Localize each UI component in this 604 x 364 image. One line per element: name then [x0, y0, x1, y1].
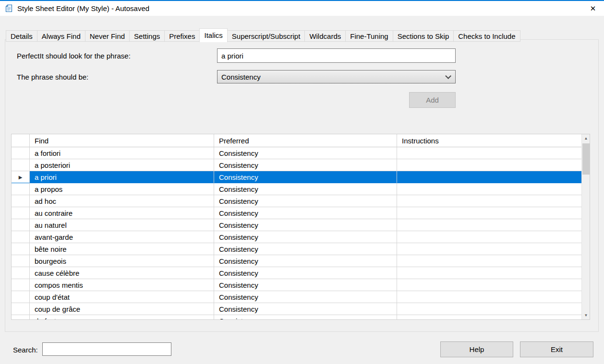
tab-italics[interactable]: Italics — [199, 28, 227, 42]
cell-instructions[interactable] — [397, 171, 582, 183]
phrase-input[interactable] — [217, 48, 456, 63]
table-row[interactable]: a proposConsistency — [12, 183, 582, 195]
cell-preferred[interactable]: Consistency — [214, 279, 397, 291]
table-row[interactable]: ad hocConsistency — [12, 195, 582, 207]
cell-find[interactable]: bourgeois — [30, 255, 214, 267]
cell-instructions[interactable] — [397, 183, 582, 195]
exit-button[interactable]: Exit — [520, 341, 593, 357]
cell-find[interactable]: coup de grâce — [30, 303, 214, 315]
tab-always-find[interactable]: Always Find — [37, 30, 85, 42]
cell-instructions[interactable] — [397, 255, 582, 267]
help-button[interactable]: Help — [440, 341, 513, 357]
tab-settings[interactable]: Settings — [129, 30, 165, 42]
cell-preferred[interactable]: Consistency — [214, 171, 397, 183]
cell-find[interactable]: de facto — [30, 315, 214, 320]
cell-instructions[interactable] — [397, 303, 582, 315]
scrollbar-up-button[interactable]: ▲ — [582, 134, 590, 142]
tab-details[interactable]: Details — [6, 30, 37, 42]
cell-instructions[interactable] — [397, 159, 582, 171]
scrollbar-thumb[interactable] — [582, 143, 590, 175]
table-row[interactable]: au naturelConsistency — [12, 219, 582, 231]
cell-preferred[interactable]: Consistency — [214, 147, 397, 159]
cell-instructions[interactable] — [397, 315, 582, 320]
row-selector[interactable]: ▶ — [12, 171, 30, 183]
table-row[interactable]: a posterioriConsistency — [12, 159, 582, 171]
cell-preferred[interactable]: Consistency — [214, 231, 397, 243]
table-row[interactable]: a fortioriConsistency — [12, 147, 582, 159]
row-selector[interactable] — [12, 243, 30, 255]
row-selector[interactable] — [12, 303, 30, 315]
cell-preferred[interactable]: Consistency — [214, 291, 397, 303]
row-selector[interactable] — [12, 267, 30, 279]
table-row[interactable]: ▶a prioriConsistency — [12, 171, 582, 183]
tab-checks-to-include[interactable]: Checks to Include — [453, 30, 520, 42]
cell-preferred[interactable]: Consistency — [214, 255, 397, 267]
close-button[interactable]: ✕ — [582, 1, 604, 16]
table-row[interactable]: de factoConsistency — [12, 315, 582, 320]
row-selector[interactable] — [12, 219, 30, 231]
cell-preferred[interactable]: Consistency — [214, 183, 397, 195]
search-input[interactable] — [42, 342, 171, 356]
table-row[interactable]: bête noireConsistency — [12, 243, 582, 255]
cell-instructions[interactable] — [397, 267, 582, 279]
row-selector[interactable] — [12, 255, 30, 267]
cell-instructions[interactable] — [397, 291, 582, 303]
cell-find[interactable]: bête noire — [30, 243, 214, 255]
tab-wildcards[interactable]: Wildcards — [304, 30, 346, 42]
cell-instructions[interactable] — [397, 243, 582, 255]
cell-find[interactable]: a propos — [30, 183, 214, 195]
cell-preferred[interactable]: Consistency — [214, 267, 397, 279]
row-selector[interactable] — [12, 279, 30, 291]
cell-preferred[interactable]: Consistency — [214, 303, 397, 315]
cell-instructions[interactable] — [397, 207, 582, 219]
add-button[interactable]: Add — [409, 92, 456, 108]
table-row[interactable]: coup d'étatConsistency — [12, 291, 582, 303]
column-header-instructions[interactable]: Instructions — [397, 134, 582, 147]
cell-preferred[interactable]: Consistency — [214, 219, 397, 231]
cell-find[interactable]: cause célèbre — [30, 267, 214, 279]
cell-preferred[interactable]: Consistency — [214, 315, 397, 320]
tab-fine-tuning[interactable]: Fine-Tuning — [345, 30, 393, 42]
cell-find[interactable]: a fortiori — [30, 147, 214, 159]
tab-prefixes[interactable]: Prefixes — [164, 30, 200, 42]
column-header-preferred[interactable]: Preferred — [214, 134, 397, 147]
cell-find[interactable]: compos mentis — [30, 279, 214, 291]
cell-instructions[interactable] — [397, 279, 582, 291]
cell-instructions[interactable] — [397, 219, 582, 231]
row-selector[interactable] — [12, 183, 30, 195]
cell-instructions[interactable] — [397, 147, 582, 159]
cell-preferred[interactable]: Consistency — [214, 243, 397, 255]
row-selector[interactable] — [12, 159, 30, 171]
cell-instructions[interactable] — [397, 231, 582, 243]
cell-find[interactable]: avant-garde — [30, 231, 214, 243]
row-selector[interactable] — [12, 315, 30, 320]
cell-instructions[interactable] — [397, 195, 582, 207]
row-selector[interactable] — [12, 291, 30, 303]
row-selector[interactable] — [12, 147, 30, 159]
tab-never-find[interactable]: Never Find — [85, 30, 130, 42]
behavior-dropdown[interactable]: Consistency — [217, 70, 456, 83]
tab-sections-to-skip[interactable]: Sections to Skip — [393, 30, 454, 42]
table-row[interactable]: bourgeoisConsistency — [12, 255, 582, 267]
row-selector[interactable] — [12, 195, 30, 207]
cell-find[interactable]: a priori — [30, 171, 214, 183]
row-selector[interactable] — [12, 231, 30, 243]
table-row[interactable]: avant-gardeConsistency — [12, 231, 582, 243]
scrollbar-down-button[interactable]: ▼ — [582, 311, 590, 319]
cell-find[interactable]: au contraire — [30, 207, 214, 219]
table-row[interactable]: coup de grâceConsistency — [12, 303, 582, 315]
cell-preferred[interactable]: Consistency — [214, 195, 397, 207]
cell-find[interactable]: ad hoc — [30, 195, 214, 207]
cell-find[interactable]: a posteriori — [30, 159, 214, 171]
table-row[interactable]: cause célèbreConsistency — [12, 267, 582, 279]
table-row[interactable]: au contraireConsistency — [12, 207, 582, 219]
column-header-find[interactable]: Find — [30, 134, 214, 147]
table-row[interactable]: compos mentisConsistency — [12, 279, 582, 291]
row-selector[interactable] — [12, 207, 30, 219]
cell-preferred[interactable]: Consistency — [214, 159, 397, 171]
tab-superscript-subscript[interactable]: Superscript/Subscript — [227, 30, 305, 42]
cell-preferred[interactable]: Consistency — [214, 207, 397, 219]
vertical-scrollbar[interactable]: ▲ ▼ — [581, 134, 590, 319]
cell-find[interactable]: coup d'état — [30, 291, 214, 303]
cell-find[interactable]: au naturel — [30, 219, 214, 231]
